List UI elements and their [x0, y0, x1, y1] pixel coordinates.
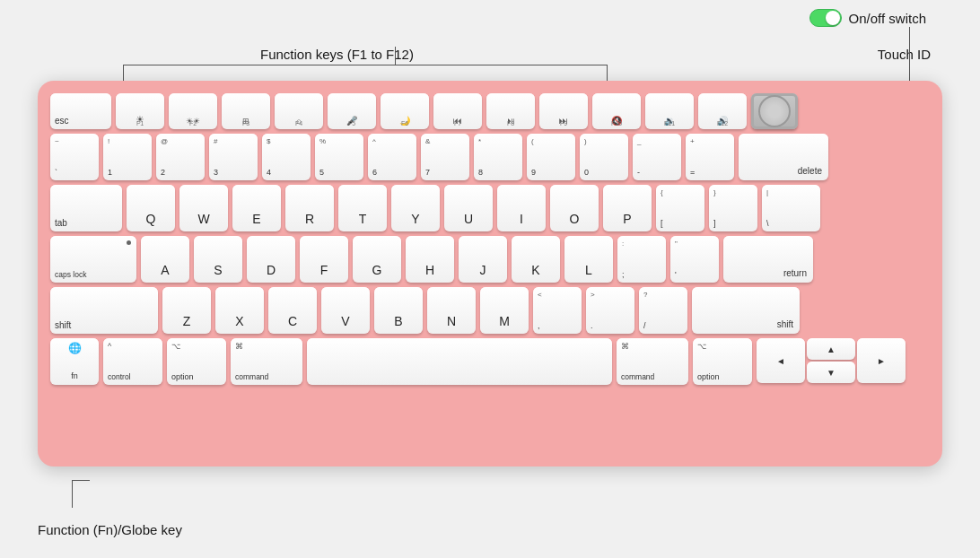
key-shift-left[interactable]: shift	[50, 287, 158, 334]
key-arrow-down[interactable]: ▼	[807, 362, 855, 383]
key-r[interactable]: R	[285, 185, 334, 231]
key-f2[interactable]: ☀☀ F2	[169, 93, 217, 129]
key-return[interactable]: return	[723, 236, 813, 283]
key-fn[interactable]: 🌐 fn	[50, 338, 99, 385]
keyboard-body: esc ☀ F1 ☀☀ F2 ⊞ F3 ⌕ F4 🎤 F5 🌙 F6 ⏮ F7	[38, 81, 942, 466]
key-slash[interactable]: ? /	[639, 287, 687, 334]
fn-row: esc ☀ F1 ☀☀ F2 ⊞ F3 ⌕ F4 🎤 F5 🌙 F6 ⏮ F7	[50, 93, 930, 129]
touchid-label: Touch ID	[878, 47, 931, 62]
key-l[interactable]: L	[564, 236, 613, 283]
key-semicolon[interactable]: : ;	[617, 236, 666, 283]
key-equals[interactable]: + =	[686, 134, 734, 180]
key-o[interactable]: O	[550, 185, 599, 231]
onoff-switch-container: On/off switch	[809, 9, 926, 27]
key-g[interactable]: G	[353, 236, 401, 283]
key-backtick[interactable]: ~ `	[50, 134, 99, 180]
key-f8[interactable]: ⏯ F8	[486, 93, 535, 129]
key-w[interactable]: W	[179, 185, 228, 231]
bottom-row: 🌐 fn ^ control ⌥ option ⌘ command ⌘ comm…	[50, 338, 930, 385]
key-s[interactable]: S	[194, 236, 242, 283]
key-backslash[interactable]: | \	[762, 185, 820, 231]
shift-row: shift Z X C V B N M < , > . ? / shift	[50, 287, 930, 334]
key-arrow-left[interactable]: ◄	[757, 338, 805, 383]
key-i[interactable]: I	[497, 185, 546, 231]
key-2[interactable]: @ 2	[156, 134, 205, 180]
key-8[interactable]: * 8	[474, 134, 522, 180]
key-f10[interactable]: 🔇 F10	[592, 93, 641, 129]
key-f[interactable]: F	[300, 236, 348, 283]
caps-indicator	[127, 240, 131, 245]
key-rbracket[interactable]: } ]	[709, 185, 757, 231]
key-command-left[interactable]: ⌘ command	[231, 338, 302, 385]
fnkeys-annotation: Function keys (F1 to F12)	[260, 47, 414, 63]
key-f3[interactable]: ⊞ F3	[222, 93, 270, 129]
key-f4[interactable]: ⌕ F4	[275, 93, 323, 129]
key-arrow-right[interactable]: ►	[857, 338, 906, 383]
key-control[interactable]: ^ control	[103, 338, 162, 385]
key-a[interactable]: A	[141, 236, 189, 283]
caps-row: caps lock A S D F G H J K L : ; " ' retu…	[50, 236, 930, 283]
key-v[interactable]: V	[321, 287, 370, 334]
key-z[interactable]: Z	[162, 287, 211, 334]
fnkeys-label: Function keys (F1 to F12)	[260, 47, 414, 62]
key-capslock[interactable]: caps lock	[50, 236, 136, 283]
key-5[interactable]: % 5	[315, 134, 363, 180]
key-delete[interactable]: delete	[739, 134, 828, 180]
key-shift-right[interactable]: shift	[692, 287, 800, 334]
key-comma[interactable]: < ,	[533, 287, 582, 334]
key-k[interactable]: K	[512, 236, 560, 283]
key-f11[interactable]: 🔉 F11	[645, 93, 694, 129]
toggle-switch[interactable]	[809, 9, 842, 27]
key-4[interactable]: $ 4	[262, 134, 311, 180]
key-esc[interactable]: esc	[50, 93, 111, 129]
key-7[interactable]: & 7	[421, 134, 469, 180]
touchid-annotation: Touch ID	[878, 47, 931, 62]
key-f5[interactable]: 🎤 F5	[328, 93, 376, 129]
key-m[interactable]: M	[480, 287, 529, 334]
key-6[interactable]: ^ 6	[368, 134, 416, 180]
key-n[interactable]: N	[427, 287, 476, 334]
key-t[interactable]: T	[338, 185, 387, 231]
key-arrow-up[interactable]: ▲	[807, 338, 855, 360]
key-0[interactable]: ) 0	[580, 134, 628, 180]
fnglobe-line-v	[72, 481, 73, 508]
key-c[interactable]: C	[268, 287, 317, 334]
tab-row: tab Q W E R T Y U I O P { [ } ] | \	[50, 185, 930, 231]
key-e[interactable]: E	[232, 185, 281, 231]
key-j[interactable]: J	[459, 236, 507, 283]
fnkeys-line-v-left	[123, 65, 124, 83]
number-row: ~ ` ! 1 @ 2 # 3 $ 4 % 5 ^ 6 & 7	[50, 134, 930, 180]
key-option-right[interactable]: ⌥ option	[693, 338, 752, 385]
key-x[interactable]: X	[215, 287, 264, 334]
key-9[interactable]: ( 9	[527, 134, 575, 180]
key-option-left[interactable]: ⌥ option	[167, 338, 226, 385]
key-space[interactable]	[307, 338, 612, 385]
key-u[interactable]: U	[444, 185, 493, 231]
fnglobe-annotation: Function (Fn)/Globe key	[38, 522, 182, 538]
fnkeys-line-h	[123, 65, 608, 65]
arrow-up-down: ▲ ▼	[807, 338, 855, 383]
key-tab[interactable]: tab	[50, 185, 122, 231]
key-touchid[interactable]	[751, 93, 798, 129]
key-f12[interactable]: 🔊 F12	[698, 93, 747, 129]
key-minus[interactable]: _ -	[633, 134, 681, 180]
key-lbracket[interactable]: { [	[656, 185, 704, 231]
key-y[interactable]: Y	[391, 185, 440, 231]
onoff-label: On/off switch	[849, 11, 926, 26]
fnkeys-line-to-label	[395, 47, 396, 65]
globe-icon: 🌐	[50, 342, 99, 354]
key-q[interactable]: Q	[127, 185, 175, 231]
key-3[interactable]: # 3	[209, 134, 258, 180]
key-b[interactable]: B	[374, 287, 423, 334]
key-command-right[interactable]: ⌘ command	[617, 338, 688, 385]
key-f7[interactable]: ⏮ F7	[433, 93, 482, 129]
key-d[interactable]: D	[247, 236, 295, 283]
key-1[interactable]: ! 1	[103, 134, 152, 180]
key-f6[interactable]: 🌙 F6	[381, 93, 429, 129]
key-f1[interactable]: ☀ F1	[116, 93, 164, 129]
key-h[interactable]: H	[406, 236, 454, 283]
key-f9[interactable]: ⏭ F9	[539, 93, 588, 129]
key-p[interactable]: P	[603, 185, 652, 231]
key-quote[interactable]: " '	[670, 236, 719, 283]
key-period[interactable]: > .	[586, 287, 634, 334]
